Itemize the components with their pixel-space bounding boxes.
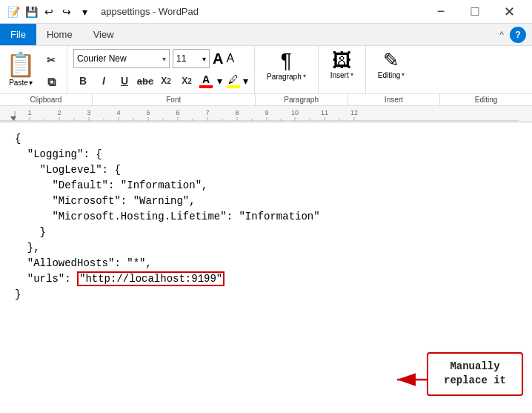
editing-group: ✎ Editing ▾ (366, 46, 417, 93)
svg-text:12: 12 (350, 109, 358, 116)
size-dropdown-arrow: ▾ (202, 55, 206, 63)
strikethrough-button[interactable]: abc (136, 71, 155, 90)
undo-icon[interactable]: ↩ (41, 4, 56, 19)
font-format-row: B I U abc X2 X2 A ▾ 🖊 ▾ (73, 71, 248, 90)
clipboard-secondary: ✂ ⧉ (39, 49, 64, 93)
paragraph-button[interactable]: ¶ Paragraph ▾ (262, 49, 310, 82)
insert-dropdown-arrow[interactable]: ▾ (350, 71, 353, 78)
underline-button[interactable]: U (115, 71, 134, 90)
title-bar-left: 📝 💾 ↩ ↪ ▾ appsettings - WordPad (6, 4, 199, 19)
insert-label: Insert (330, 71, 349, 79)
close-button[interactable]: ✕ (492, 0, 526, 24)
svg-text:1: 1 (27, 109, 31, 116)
ribbon: 📋 Paste ▾ ✂ ⧉ Courier New ▾ 11 ▾ (0, 46, 532, 106)
redo-icon[interactable]: ↪ (59, 4, 74, 19)
editing-group-label: Editing (440, 94, 532, 105)
customize-icon[interactable]: ▾ (77, 4, 92, 19)
editing-dropdown-arrow[interactable]: ▾ (402, 71, 405, 78)
app-icon: 📝 (6, 4, 21, 19)
grow-font-button[interactable]: A (213, 50, 223, 67)
paragraph-dropdown-arrow[interactable]: ▾ (303, 73, 306, 79)
paragraph-icon: ¶ (281, 50, 292, 71)
paragraph-group-label: Paragraph (256, 94, 348, 105)
menu-bar: File Home View ^ ? (0, 24, 532, 46)
ribbon-group-labels: Clipboard Font Paragraph Insert Editing (0, 93, 532, 105)
svg-text:7: 7 (205, 109, 209, 116)
paste-button[interactable]: 📋 Paste ▾ (3, 49, 39, 93)
menu-home[interactable]: Home (36, 24, 83, 45)
ribbon-top: 📋 Paste ▾ ✂ ⧉ Courier New ▾ 11 ▾ (0, 46, 532, 93)
font-name-value: Courier New (77, 53, 127, 64)
bold-button[interactable]: B (73, 71, 93, 90)
insert-group: 🖼 Insert ▾ (319, 46, 366, 93)
annotation-container: Manually replace it (427, 352, 523, 396)
font-size-selector[interactable]: 11 ▾ (173, 49, 210, 68)
font-size-value: 11 (176, 53, 186, 64)
subscript-button[interactable]: X2 (156, 71, 176, 90)
paragraph-group: ¶ Paragraph ▾ (255, 46, 319, 93)
svg-text:|: | (14, 110, 16, 116)
svg-text:6: 6 (176, 109, 179, 116)
editor-area[interactable]: { "Logging": { "LogLevel": { "Default": … (0, 122, 532, 413)
quick-access-toolbar: 💾 ↩ ↪ ▾ (24, 4, 92, 19)
copy-button[interactable]: ⧉ (41, 73, 61, 92)
insert-button[interactable]: 🖼 Insert ▾ (326, 49, 358, 81)
clipboard-group-label: Clipboard (0, 94, 93, 105)
clipboard-group: 📋 Paste ▾ ✂ ⧉ (0, 46, 67, 93)
maximize-button[interactable]: □ (458, 0, 492, 24)
editing-label: Editing (378, 71, 401, 79)
font-name-selector[interactable]: Courier New ▾ (73, 49, 170, 68)
font-selector-row: Courier New ▾ 11 ▾ A A (73, 49, 248, 68)
font-dropdown-arrow: ▾ (162, 55, 166, 63)
save-icon[interactable]: 💾 (24, 4, 39, 19)
cut-button[interactable]: ✂ (41, 50, 61, 70)
paste-icon: 📋 (6, 50, 36, 79)
title-bar: 📝 💾 ↩ ↪ ▾ appsettings - WordPad − □ ✕ (0, 0, 532, 24)
shrink-font-button[interactable]: A (226, 52, 234, 65)
menu-file[interactable]: File (0, 24, 36, 45)
menu-view[interactable]: View (83, 24, 124, 45)
svg-text:9: 9 (265, 109, 268, 116)
window-controls: − □ ✕ (424, 0, 526, 24)
ruler: | 1 2 3 4 5 6 7 8 9 10 11 12 (0, 106, 532, 122)
menu-help-area: ^ ? (493, 24, 532, 45)
insert-icon: 🖼 (332, 50, 351, 70)
editor-content: { "Logging": { "LogLevel": { "Default": … (15, 131, 517, 303)
svg-text:5: 5 (146, 109, 150, 116)
highlighted-value: "http://localhost:9199" (77, 271, 225, 286)
editing-button[interactable]: ✎ Editing ▾ (373, 49, 410, 81)
svg-text:4: 4 (116, 109, 120, 116)
highlight-dropdown[interactable]: ▾ (243, 75, 248, 87)
help-button[interactable]: ? (510, 27, 526, 43)
highlight-button[interactable]: 🖊 (225, 72, 242, 90)
paste-label: Paste (9, 79, 28, 87)
ribbon-expand-button[interactable]: ^ (499, 30, 504, 40)
italic-button[interactable]: I (94, 71, 113, 90)
paste-dropdown-arrow[interactable]: ▾ (29, 79, 33, 87)
editing-icon: ✎ (383, 50, 399, 70)
font-group: Courier New ▾ 11 ▾ A A B I U abc X2 X2 A (67, 46, 255, 93)
window-title: appsettings - WordPad (101, 6, 199, 17)
svg-text:8: 8 (235, 109, 239, 116)
superscript-button[interactable]: X2 (177, 71, 196, 90)
annotation-box: Manually replace it (427, 352, 523, 396)
svg-text:2: 2 (57, 109, 61, 116)
font-color-dropdown[interactable]: ▾ (217, 75, 222, 87)
svg-text:11: 11 (321, 109, 328, 116)
ruler-svg: | 1 2 3 4 5 6 7 8 9 10 11 12 (0, 106, 519, 121)
svg-text:3: 3 (87, 109, 90, 116)
paste-sub: Paste ▾ (9, 79, 33, 87)
svg-text:10: 10 (291, 109, 299, 116)
insert-group-label: Insert (348, 94, 441, 105)
font-color-button[interactable]: A (198, 72, 214, 90)
paragraph-label: Paragraph (267, 73, 302, 81)
minimize-button[interactable]: − (424, 0, 458, 24)
font-group-label: Font (93, 94, 256, 105)
